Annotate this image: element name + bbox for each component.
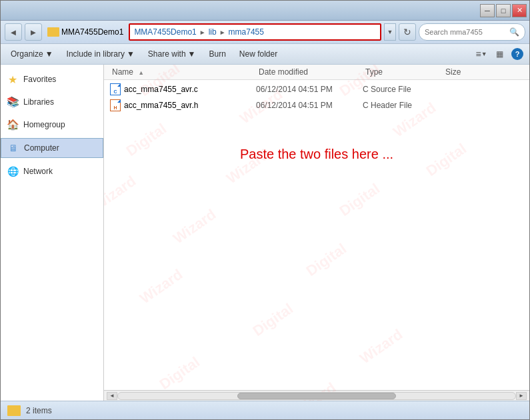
title-bar-buttons: ─ □ ✕	[480, 4, 527, 17]
computer-section: 🖥 Computer	[1, 138, 103, 158]
main-area: ★ Favorites 📚 Libraries 🏠	[1, 65, 529, 401]
sidebar-item-favorites[interactable]: ★ Favorites	[1, 70, 103, 89]
col-header-date[interactable]: Date modified	[256, 66, 363, 78]
network-icon: 🌐	[6, 165, 19, 178]
breadcrumb-part2[interactable]: lib	[209, 27, 217, 37]
file-name-cell: H acc_mma7455_avr.h	[109, 99, 256, 111]
sidebar-item-libraries[interactable]: 📚 Libraries	[1, 93, 103, 111]
sidebar-item-computer[interactable]: 🖥 Computer	[1, 138, 103, 158]
horizontal-scrollbar-area: ◄ ►	[104, 390, 529, 401]
parent-folder-name: MMA7455Demo1	[61, 27, 123, 37]
view-icon: ≡	[475, 49, 481, 59]
file-date: 06/12/2014 04:51 PM	[256, 101, 363, 110]
status-bar: 2 items	[1, 401, 529, 419]
new-folder-button[interactable]: New folder	[233, 47, 283, 61]
view-toggle-button[interactable]: ≡ ▼	[473, 46, 489, 62]
organize-dropdown-icon: ▼	[45, 49, 53, 59]
network-label: Network	[23, 167, 53, 176]
computer-icon: 🖥	[7, 141, 20, 155]
toolbar: Organize ▼ Include in library ▼ Share wi…	[1, 44, 529, 65]
sidebar-item-homegroup[interactable]: 🏠 Homegroup	[1, 115, 103, 134]
file-type: C Header File	[363, 101, 443, 110]
libraries-icon: 📚	[6, 95, 19, 109]
breadcrumb-part1[interactable]: MMA7455Demo1	[134, 27, 196, 37]
network-section: 🌐 Network	[1, 162, 103, 181]
libraries-section: 📚 Libraries	[1, 93, 103, 111]
explorer-window: ─ □ ✕ ◄ ► MMA7455Demo1 MMA7455Demo1 ► li…	[0, 0, 530, 420]
refresh-button[interactable]: ↻	[399, 23, 416, 41]
favorites-icon: ★	[6, 73, 19, 86]
organize-label: Organize	[11, 49, 43, 59]
share-with-label: Share with	[148, 49, 186, 59]
organize-button[interactable]: Organize ▼	[5, 47, 59, 61]
title-bar: ─ □ ✕	[1, 1, 529, 21]
parent-folder-label[interactable]: MMA7455Demo1	[45, 27, 126, 37]
favorites-section: ★ Favorites	[1, 70, 103, 89]
horizontal-scrollbar[interactable]	[117, 392, 516, 400]
breadcrumb-part3[interactable]: mma7455	[229, 27, 264, 37]
file-name: acc_mma7455_avr.h	[124, 101, 198, 110]
maximize-button[interactable]: □	[496, 4, 511, 17]
homegroup-label: Homegroup	[23, 120, 65, 129]
help-icon: ?	[511, 48, 523, 60]
libraries-label: Libraries	[23, 97, 54, 107]
address-dropdown-button[interactable]: ▼	[384, 23, 396, 41]
back-button[interactable]: ◄	[5, 23, 22, 41]
sidebar: ★ Favorites 📚 Libraries 🏠	[1, 65, 104, 401]
file-name: acc_mma7455_avr.c	[124, 85, 198, 94]
share-dropdown-icon: ▼	[188, 49, 196, 59]
scrollbar-thumb[interactable]	[237, 393, 396, 399]
address-bar: ◄ ► MMA7455Demo1 MMA7455Demo1 ► lib ► mm…	[1, 21, 529, 44]
breadcrumb-sep1: ►	[199, 29, 206, 36]
sidebar-item-network[interactable]: 🌐 Network	[1, 162, 103, 181]
status-folder-icon	[7, 405, 21, 416]
file-name-cell: C acc_mma7455_avr.c	[109, 83, 256, 95]
paste-instruction: Paste the two files here ...	[104, 140, 529, 169]
view-dropdown-icon: ▼	[481, 51, 487, 57]
favorites-label: Favorites	[23, 75, 56, 84]
homegroup-section: 🏠 Homegroup	[1, 115, 103, 134]
file-list: C acc_mma7455_avr.c 06/12/2014 04:51 PM …	[104, 80, 529, 390]
folder-icon	[47, 27, 59, 37]
preview-icon: ▦	[496, 49, 503, 59]
breadcrumb-sep2: ►	[219, 29, 226, 36]
homegroup-icon: 🏠	[6, 118, 19, 131]
include-in-library-label: Include in library	[67, 49, 125, 59]
scroll-left-button[interactable]: ◄	[107, 392, 117, 400]
computer-label: Computer	[24, 143, 59, 153]
file-type: C Source File	[363, 85, 443, 94]
preview-pane-button[interactable]: ▦	[491, 46, 507, 62]
share-with-button[interactable]: Share with ▼	[142, 47, 202, 61]
column-headers: Name ▲ Date modified Type Size	[104, 65, 529, 80]
burn-label: Burn	[209, 49, 225, 59]
table-row[interactable]: H acc_mma7455_avr.h 06/12/2014 04:51 PM …	[104, 97, 529, 113]
scroll-right-button[interactable]: ►	[516, 392, 527, 400]
search-input[interactable]	[425, 28, 507, 36]
search-box[interactable]: 🔍	[419, 23, 525, 41]
close-button[interactable]: ✕	[512, 4, 527, 17]
include-dropdown-icon: ▼	[127, 49, 135, 59]
include-in-library-button[interactable]: Include in library ▼	[61, 47, 141, 61]
col-header-size[interactable]: Size	[443, 66, 496, 78]
c-header-file-icon: H	[109, 99, 121, 111]
minimize-button[interactable]: ─	[480, 4, 495, 17]
file-date: 06/12/2014 04:51 PM	[256, 85, 363, 94]
breadcrumb-bar[interactable]: MMA7455Demo1 ► lib ► mma7455	[129, 23, 381, 41]
search-icon[interactable]: 🔍	[509, 27, 519, 37]
new-folder-label: New folder	[239, 49, 277, 59]
c-source-file-icon: C	[109, 83, 121, 95]
sort-arrow: ▲	[138, 69, 144, 76]
burn-button[interactable]: Burn	[203, 47, 231, 61]
col-header-name[interactable]: Name ▲	[109, 66, 256, 78]
toolbar-right: ≡ ▼ ▦ ?	[473, 46, 525, 62]
col-header-type[interactable]: Type	[363, 66, 443, 78]
status-item-count: 2 items	[26, 406, 52, 415]
content-area: Digital Wizard Digital Wizard Digital Wi…	[104, 65, 529, 401]
table-row[interactable]: C acc_mma7455_avr.c 06/12/2014 04:51 PM …	[104, 81, 529, 97]
help-button[interactable]: ?	[509, 46, 525, 62]
forward-button[interactable]: ►	[25, 23, 42, 41]
